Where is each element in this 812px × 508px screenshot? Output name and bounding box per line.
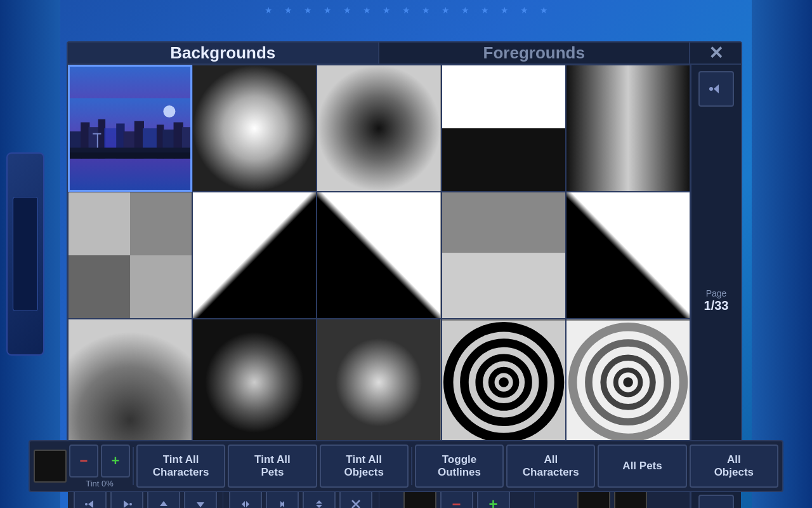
tint-buttons: − + xyxy=(69,444,130,478)
svg-rect-32 xyxy=(566,192,690,318)
svg-marker-58 xyxy=(316,500,322,504)
thumb-cell-1[interactable] xyxy=(68,65,192,192)
page-info: Page 1/33 xyxy=(704,288,729,313)
star-icon: ★ xyxy=(402,5,410,15)
thumb-cell-13[interactable] xyxy=(317,319,441,446)
thumb-cell-10[interactable] xyxy=(566,192,690,319)
all-characters-button[interactable]: AllCharacters xyxy=(506,444,595,488)
tint-control-group: − + Tint 0% xyxy=(69,444,130,488)
svg-rect-19 xyxy=(193,65,316,191)
svg-point-14 xyxy=(163,105,175,117)
svg-rect-31 xyxy=(442,192,565,253)
device-decoration xyxy=(6,152,44,356)
thumb-cell-15[interactable] xyxy=(566,319,690,446)
svg-point-49 xyxy=(85,503,88,505)
star-icon: ★ xyxy=(520,5,528,15)
svg-marker-52 xyxy=(160,501,167,506)
svg-point-63 xyxy=(709,87,713,91)
side-panel-right xyxy=(752,0,812,508)
tint-value-label: Tint 0% xyxy=(86,479,114,488)
svg-rect-29 xyxy=(317,192,440,318)
thumb-cell-11[interactable] xyxy=(68,319,192,446)
device-screen xyxy=(13,197,38,311)
prev-page-button[interactable] xyxy=(698,71,734,107)
svg-point-47 xyxy=(623,378,633,388)
svg-rect-33 xyxy=(69,319,192,445)
star-icon: ★ xyxy=(284,5,292,15)
main-dialog: Backgrounds Foregrounds ✕ xyxy=(67,41,742,467)
thumbnail-grid xyxy=(68,65,690,448)
svg-rect-20 xyxy=(317,65,440,191)
thumb-cell-12[interactable] xyxy=(192,319,317,446)
star-icon: ★ xyxy=(363,5,371,15)
close-button[interactable]: ✕ xyxy=(690,43,741,64)
star-icon: ★ xyxy=(442,5,450,15)
tab-foregrounds[interactable]: Foregrounds xyxy=(379,43,691,64)
star-icon: ★ xyxy=(540,5,548,15)
stars-top: ★ ★ ★ ★ ★ ★ ★ ★ ★ ★ ★ ★ ★ ★ ★ xyxy=(0,5,812,15)
thumb-cell-14[interactable] xyxy=(442,319,566,446)
star-icon: ★ xyxy=(461,5,469,15)
star-icon: ★ xyxy=(304,5,312,15)
tint-all-characters-button[interactable]: Tint AllCharacters xyxy=(136,444,225,488)
star-icon: ★ xyxy=(422,5,430,15)
star-icon: ★ xyxy=(343,5,351,15)
svg-rect-16 xyxy=(70,152,190,159)
toggle-outlines-button[interactable]: ToggleOutlines xyxy=(415,444,504,488)
svg-marker-62 xyxy=(714,84,719,93)
svg-rect-25 xyxy=(130,192,192,255)
thumb-cell-2[interactable] xyxy=(192,65,317,192)
thumb-cell-6[interactable] xyxy=(68,192,192,319)
tab-backgrounds[interactable]: Backgrounds xyxy=(68,43,379,64)
svg-rect-28 xyxy=(193,192,316,318)
svg-marker-59 xyxy=(316,505,322,508)
svg-marker-48 xyxy=(88,500,93,508)
svg-rect-17 xyxy=(97,133,98,148)
svg-rect-22 xyxy=(442,128,565,191)
svg-rect-24 xyxy=(69,192,130,255)
tint-all-pets-button[interactable]: Tint AllPets xyxy=(228,444,317,488)
svg-marker-53 xyxy=(197,502,204,507)
tint-all-objects-button[interactable]: Tint AllObjects xyxy=(320,444,409,488)
svg-point-41 xyxy=(499,378,509,388)
separator-2 xyxy=(411,447,412,485)
page-number: 1/33 xyxy=(704,298,729,313)
tint-minus-button[interactable]: − xyxy=(69,444,98,478)
tint-plus-button[interactable]: + xyxy=(101,444,130,478)
star-icon: ★ xyxy=(383,5,391,15)
thumb-cell-3[interactable] xyxy=(317,65,441,192)
svg-rect-18 xyxy=(93,133,101,135)
star-icon: ★ xyxy=(265,5,273,15)
svg-marker-50 xyxy=(124,500,129,508)
thumb-cell-5[interactable] xyxy=(566,65,690,192)
svg-marker-57 xyxy=(280,501,284,507)
star-icon: ★ xyxy=(324,5,332,15)
tabs-row: Backgrounds Foregrounds ✕ xyxy=(68,43,741,65)
all-pets-button[interactable]: All Pets xyxy=(598,444,686,488)
page-label: Page xyxy=(704,288,729,298)
svg-marker-54 xyxy=(242,501,245,507)
svg-rect-35 xyxy=(317,319,440,445)
svg-rect-27 xyxy=(130,255,192,318)
svg-rect-21 xyxy=(442,65,565,128)
thumb-cell-7[interactable] xyxy=(192,192,317,319)
thumb-cell-4[interactable] xyxy=(442,65,566,192)
all-objects-button[interactable]: AllObjects xyxy=(690,444,778,488)
svg-point-51 xyxy=(129,503,132,505)
bottom-toolbar: − + Tint 0% Tint AllCharacters Tint AllP… xyxy=(29,440,783,492)
star-icon: ★ xyxy=(481,5,489,15)
thumb-cell-9[interactable] xyxy=(442,192,566,319)
next-page-button[interactable] xyxy=(698,495,734,508)
star-icon: ★ xyxy=(501,5,509,15)
svg-rect-34 xyxy=(193,319,316,445)
svg-rect-23 xyxy=(566,65,690,191)
svg-rect-26 xyxy=(69,255,130,318)
thumb-cell-8[interactable] xyxy=(317,192,441,319)
svg-marker-55 xyxy=(246,501,249,507)
separator-1 xyxy=(133,447,134,485)
tint-color-box[interactable] xyxy=(34,450,67,483)
